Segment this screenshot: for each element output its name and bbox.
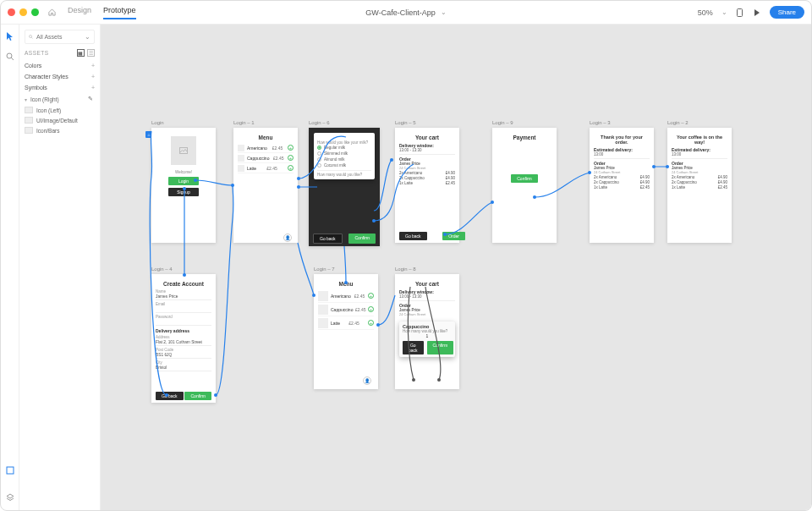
menu-item[interactable]: Latte£2.45+ — [238, 163, 294, 173]
item-price: £2.45 — [272, 146, 283, 151]
mode-tabs: Design Prototype — [68, 6, 136, 19]
order-row: 1x Latte£2.45 — [672, 184, 727, 190]
delivery-value: 13:00 - 13:30 — [399, 148, 455, 152]
share-button[interactable]: Share — [770, 6, 804, 19]
password-field[interactable] — [156, 319, 211, 326]
radio-label: Regular milk — [324, 146, 345, 150]
document-title[interactable]: GW-Cafe-Client-App ⌄ — [365, 8, 446, 17]
artboard-cart[interactable]: Login – 5 Your cart Delivery window: 13:… — [395, 128, 459, 243]
minimize-window[interactable] — [19, 8, 27, 16]
radio-option[interactable]: Skimmed milk — [317, 151, 371, 157]
back-button[interactable]: Go back — [399, 232, 427, 240]
back-button[interactable]: Go back — [156, 392, 184, 400]
mobile-preview-icon[interactable] — [736, 8, 744, 17]
signup-button[interactable]: Signup — [168, 188, 199, 196]
assets-section-label: ASSETS — [25, 50, 49, 56]
canvas[interactable]: ⌂ Login Welcome! Login Signup Login – 1 … — [101, 25, 811, 510]
grid-view-icon[interactable]: ▦ — [77, 49, 85, 57]
artboard-menu-images[interactable]: Login – 7 Menu Americano£2.45+ Cappuccin… — [314, 274, 378, 389]
edit-icon[interactable]: ✎ — [86, 95, 95, 103]
add-color-icon[interactable]: + — [91, 63, 95, 69]
tab-prototype[interactable]: Prototype — [103, 6, 136, 19]
zoom-level[interactable]: 50% — [698, 8, 713, 17]
search-icon[interactable] — [6, 52, 14, 63]
screen-title: Menu — [238, 135, 294, 140]
add-item-icon[interactable]: + — [368, 293, 374, 299]
home-icon[interactable] — [47, 8, 56, 17]
artboard-payment[interactable]: Login – 9 Payment Confirm — [492, 128, 557, 243]
qty-popup: Cappuccino How many would you like? 1 Go… — [399, 321, 455, 357]
add-item-icon[interactable]: + — [288, 145, 294, 151]
collaborator-avatar[interactable]: 👤 — [363, 376, 371, 385]
item-thumb — [238, 165, 244, 172]
artboard-create-account[interactable]: Login – 4 Create Account Name James Pric… — [151, 274, 216, 403]
artboard-login[interactable]: Login Welcome! Login Signup — [151, 128, 216, 243]
confirm-button[interactable]: Confirm — [427, 341, 454, 354]
collaborator-avatar[interactable]: 👤 — [283, 234, 292, 242]
radio-option[interactable]: Almond milk — [317, 157, 371, 162]
tab-design[interactable]: Design — [68, 6, 91, 19]
add-charstyle-icon[interactable]: + — [91, 74, 95, 80]
address-field[interactable]: Flat 2, 101 Cotham Street — [156, 339, 211, 346]
list-view-icon[interactable]: ☰ — [87, 49, 95, 57]
artboard-cart-popup[interactable]: Login – 8 Your cart Delivery window: 13:… — [395, 274, 459, 389]
layers-icon[interactable] — [6, 493, 14, 503]
artboard-label: Login – 8 — [395, 266, 416, 272]
delivery-value: 13:00 - 13:30 — [399, 294, 455, 299]
artboard-menu[interactable]: Login – 1 Menu Americano£2.45+ Cappuccin… — [233, 128, 298, 243]
artboard-thankyou[interactable]: Login – 3 Thank you for your order. Esti… — [590, 128, 654, 243]
chevron-down-icon[interactable]: ⌄ — [85, 33, 91, 41]
postcode-field[interactable]: BS1 6JQ — [156, 352, 211, 359]
view-toggle: ▦ ☰ — [77, 49, 95, 57]
symbol-item[interactable]: UI/Image/Default — [25, 115, 95, 125]
login-button[interactable]: Login — [168, 177, 199, 185]
play-icon[interactable] — [753, 8, 761, 17]
svg-line-2 — [11, 58, 14, 60]
qty-label: How many would you like? — [317, 173, 371, 177]
menu-item[interactable]: Cappuccino£2.45+ — [318, 303, 374, 316]
character-styles-section[interactable]: Character Styles + — [25, 71, 95, 82]
artboard-ontheway[interactable]: Login – 2 Your coffee is on the way! Est… — [667, 128, 732, 243]
artboard-milk-popup[interactable]: Login – 6 Cappuccino How would you like … — [309, 128, 380, 246]
symbol-item[interactable]: ▾Icon (Right)✎ — [25, 93, 95, 105]
zoom-chevron-icon[interactable]: ⌄ — [721, 8, 727, 16]
item-thumb — [318, 291, 328, 301]
popup-subtitle: How would you like your milk? — [317, 140, 371, 145]
maximize-window[interactable] — [31, 8, 39, 16]
assets-search[interactable]: ⌄ — [25, 30, 95, 44]
name-field[interactable]: James Price — [156, 294, 211, 300]
assets-search-input[interactable] — [36, 34, 81, 40]
menu-item[interactable]: Americano£2.45+ — [318, 289, 374, 303]
radio-icon — [317, 157, 321, 162]
symbol-thumb — [25, 107, 33, 113]
add-item-icon[interactable]: + — [288, 165, 294, 171]
city-field[interactable]: Bristol — [156, 365, 211, 371]
colors-section[interactable]: Colors + — [25, 60, 95, 71]
close-window[interactable] — [8, 8, 15, 16]
item-name: Latte — [331, 321, 340, 326]
menu-item[interactable]: Americano£2.45+ — [238, 143, 294, 153]
back-button[interactable]: Go back — [313, 234, 343, 244]
radio-label: Coconut milk — [324, 163, 346, 168]
add-symbol-icon[interactable]: + — [91, 85, 95, 91]
radio-option[interactable]: Regular milk — [317, 145, 371, 151]
email-field[interactable] — [156, 306, 211, 313]
symbol-label: UI/Image/Default — [36, 118, 78, 124]
confirm-button[interactable]: Confirm — [511, 174, 538, 183]
chevron-down-icon[interactable]: ⌄ — [441, 8, 447, 16]
symbol-item[interactable]: Icon/Bars — [25, 125, 95, 135]
menu-item[interactable]: Latte£2.45+ — [318, 316, 374, 330]
back-button[interactable]: Go back — [403, 341, 424, 354]
add-item-icon[interactable]: + — [368, 306, 374, 312]
confirm-button[interactable]: Confirm — [184, 392, 211, 400]
add-item-icon[interactable]: + — [288, 155, 294, 161]
radio-option[interactable]: Coconut milk — [317, 162, 371, 168]
select-tool-icon[interactable] — [6, 31, 14, 42]
menu-item[interactable]: Cappuccino£2.45+ — [238, 153, 294, 163]
order-button[interactable]: Order — [442, 232, 465, 240]
add-item-icon[interactable]: + — [368, 320, 374, 326]
confirm-button[interactable]: Confirm — [348, 234, 376, 244]
assets-library-icon[interactable] — [6, 466, 14, 476]
symbols-section[interactable]: Symbols + — [25, 82, 95, 93]
symbol-item[interactable]: Icon (Left) — [25, 105, 95, 115]
